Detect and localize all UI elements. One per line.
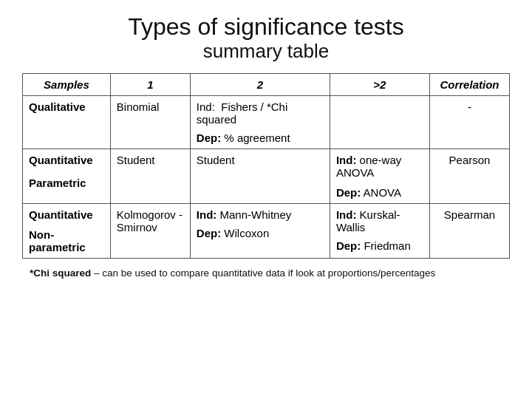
col-gt2-param: Ind: one-way ANOVA Dep: ANOVA [330, 149, 429, 203]
col2-nonparam: Ind: Mann-Whitney Dep: Wilcoxon [190, 203, 330, 258]
sample-qualitative: Qualitative [23, 95, 111, 149]
corr-spearman: Spearman [429, 203, 509, 258]
title-block: Types of significance tests summary tabl… [128, 13, 404, 63]
header-2: 2 [190, 73, 330, 95]
col-gt2-dep-param: Dep: ANOVA [336, 186, 423, 199]
col2-student: Student [190, 149, 330, 203]
sample-quantitative-nonparam: Quantitative Non-parametric [23, 203, 111, 258]
col2-ind: Ind: Fishers / *Chi squared [197, 100, 324, 126]
sub-title: summary table [128, 41, 404, 63]
col1-binomial: Binomial [110, 95, 190, 149]
col-gt2-nonparam: Ind: Kurskal-Wallis Dep: Friedman [330, 203, 429, 258]
col2-ind-nonparam: Ind: Mann-Whitney [197, 208, 324, 221]
col-gt2-qual [330, 95, 429, 149]
col2-dep: Dep: % agreement [197, 132, 324, 144]
col2-dep-nonparam: Dep: Wilcoxon [197, 227, 324, 239]
col1-student-param: Student [110, 149, 190, 203]
corr-qual: - [429, 95, 509, 149]
footer-bold: *Chi squared [30, 267, 91, 279]
table-row: Quantitative Parametric Student Student … [23, 149, 510, 203]
table-row: Quantitative Non-parametric Kolmogorov -… [23, 203, 510, 258]
footer-rest: – can be used to compare quantitative da… [91, 267, 435, 279]
col2-qual: Ind: Fishers / *Chi squared Dep: % agree… [190, 95, 330, 149]
col-gt2-ind-nonparam: Ind: Kurskal-Wallis [336, 208, 423, 233]
header-gt2: >2 [330, 73, 429, 95]
significance-table: Samples 1 2 >2 Correlation Qualitative B… [22, 73, 510, 259]
header-1: 1 [110, 73, 190, 95]
corr-pearson: Pearson [429, 149, 509, 203]
main-title: Types of significance tests [128, 13, 404, 41]
col1-kolmogorov: Kolmogorov -Smirnov [110, 203, 190, 258]
header-corr: Correlation [429, 73, 509, 95]
footer-note: *Chi squared – can be used to compare qu… [22, 267, 510, 279]
sample-quantitative-param: Quantitative Parametric [23, 149, 111, 203]
col-gt2-dep-nonparam: Dep: Friedman [336, 239, 423, 252]
col-gt2-ind-param: Ind: one-way ANOVA [336, 154, 423, 179]
table-row: Qualitative Binomial Ind: Fishers / *Chi… [23, 95, 510, 149]
header-samples: Samples [23, 73, 111, 95]
